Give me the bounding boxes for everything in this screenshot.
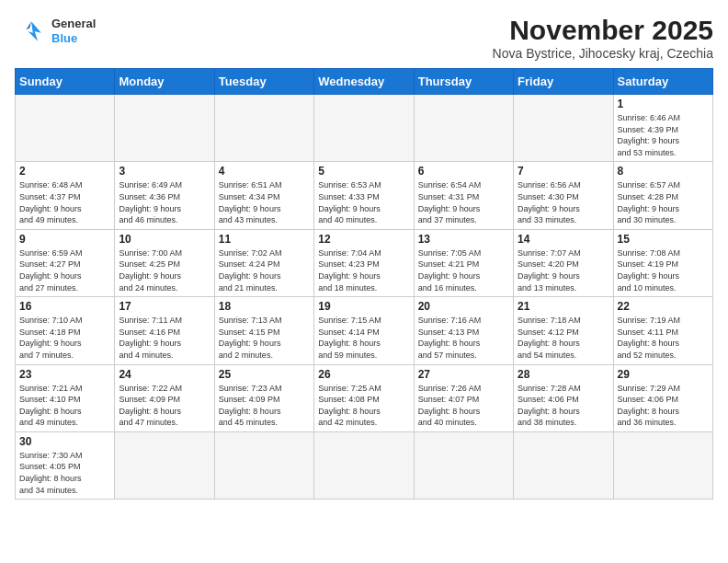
calendar-week-row: 23Sunrise: 7:21 AM Sunset: 4:10 PM Dayli… [16, 364, 713, 431]
calendar-week-row: 2Sunrise: 6:48 AM Sunset: 4:37 PM Daylig… [16, 162, 713, 229]
day-number: 19 [318, 300, 409, 313]
day-header-saturday: Saturday [613, 69, 712, 95]
day-info: Sunrise: 7:08 AM Sunset: 4:19 PM Dayligh… [618, 247, 709, 293]
day-info: Sunrise: 7:05 AM Sunset: 4:21 PM Dayligh… [418, 247, 509, 293]
calendar-cell [16, 95, 115, 162]
calendar-cell: 7Sunrise: 6:56 AM Sunset: 4:30 PM Daylig… [514, 162, 613, 229]
calendar-cell: 29Sunrise: 7:29 AM Sunset: 4:06 PM Dayli… [613, 364, 712, 431]
day-info: Sunrise: 7:15 AM Sunset: 4:14 PM Dayligh… [318, 315, 409, 361]
calendar-cell: 26Sunrise: 7:25 AM Sunset: 4:08 PM Dayli… [314, 364, 414, 431]
day-info: Sunrise: 7:23 AM Sunset: 4:09 PM Dayligh… [219, 383, 310, 429]
calendar-cell: 20Sunrise: 7:16 AM Sunset: 4:13 PM Dayli… [414, 297, 513, 364]
day-info: Sunrise: 7:10 AM Sunset: 4:18 PM Dayligh… [19, 315, 110, 361]
day-number: 4 [219, 165, 310, 178]
calendar-cell [214, 95, 313, 162]
day-info: Sunrise: 7:18 AM Sunset: 4:12 PM Dayligh… [518, 315, 609, 361]
calendar-cell: 16Sunrise: 7:10 AM Sunset: 4:18 PM Dayli… [16, 297, 115, 364]
day-info: Sunrise: 6:48 AM Sunset: 4:37 PM Dayligh… [19, 179, 110, 225]
svg-marker-1 [27, 21, 31, 29]
day-number: 22 [618, 300, 709, 313]
day-header-wednesday: Wednesday [314, 69, 414, 95]
calendar-cell: 1Sunrise: 6:46 AM Sunset: 4:39 PM Daylig… [613, 95, 712, 162]
calendar-cell: 22Sunrise: 7:19 AM Sunset: 4:11 PM Dayli… [613, 297, 712, 364]
calendar-cell [314, 431, 414, 499]
day-number: 24 [119, 368, 210, 381]
day-number: 29 [618, 368, 709, 381]
calendar-cell: 30Sunrise: 7:30 AM Sunset: 4:05 PM Dayli… [16, 431, 115, 499]
day-number: 27 [418, 368, 509, 381]
day-info: Sunrise: 7:13 AM Sunset: 4:15 PM Dayligh… [219, 315, 310, 361]
day-info: Sunrise: 7:11 AM Sunset: 4:16 PM Dayligh… [119, 315, 210, 361]
day-number: 12 [318, 233, 409, 246]
logo-blue: Blue [51, 31, 77, 45]
logo-general: General [51, 17, 96, 30]
calendar-cell: 19Sunrise: 7:15 AM Sunset: 4:14 PM Dayli… [314, 297, 414, 364]
calendar-cell: 9Sunrise: 6:59 AM Sunset: 4:27 PM Daylig… [16, 229, 115, 296]
day-info: Sunrise: 7:02 AM Sunset: 4:24 PM Dayligh… [219, 247, 310, 293]
calendar-cell [115, 431, 214, 499]
calendar-cell: 24Sunrise: 7:22 AM Sunset: 4:09 PM Dayli… [115, 364, 214, 431]
day-number: 28 [518, 368, 609, 381]
day-info: Sunrise: 6:56 AM Sunset: 4:30 PM Dayligh… [518, 179, 609, 225]
calendar-cell: 6Sunrise: 6:54 AM Sunset: 4:31 PM Daylig… [414, 162, 513, 229]
month-title: November 2025 [493, 15, 713, 46]
calendar-cell: 3Sunrise: 6:49 AM Sunset: 4:36 PM Daylig… [115, 162, 214, 229]
calendar-cell [414, 431, 513, 499]
calendar-week-row: 1Sunrise: 6:46 AM Sunset: 4:39 PM Daylig… [16, 95, 713, 162]
day-info: Sunrise: 6:59 AM Sunset: 4:27 PM Dayligh… [19, 247, 110, 293]
day-number: 10 [119, 233, 210, 246]
day-number: 6 [418, 165, 509, 178]
logo-text: General Blue [51, 17, 96, 45]
day-number: 26 [318, 368, 409, 381]
calendar-cell: 4Sunrise: 6:51 AM Sunset: 4:34 PM Daylig… [214, 162, 313, 229]
day-info: Sunrise: 7:19 AM Sunset: 4:11 PM Dayligh… [618, 315, 709, 361]
calendar-week-row: 9Sunrise: 6:59 AM Sunset: 4:27 PM Daylig… [16, 229, 713, 296]
calendar-cell [314, 95, 414, 162]
day-number: 5 [318, 165, 409, 178]
day-header-friday: Friday [514, 69, 613, 95]
calendar-cell: 12Sunrise: 7:04 AM Sunset: 4:23 PM Dayli… [314, 229, 414, 296]
day-info: Sunrise: 7:30 AM Sunset: 4:05 PM Dayligh… [19, 450, 110, 496]
day-number: 25 [219, 368, 310, 381]
calendar-cell: 18Sunrise: 7:13 AM Sunset: 4:15 PM Dayli… [214, 297, 313, 364]
day-number: 9 [19, 233, 110, 246]
calendar-cell: 11Sunrise: 7:02 AM Sunset: 4:24 PM Dayli… [214, 229, 313, 296]
day-info: Sunrise: 6:46 AM Sunset: 4:39 PM Dayligh… [618, 112, 709, 158]
calendar-cell [115, 95, 214, 162]
calendar-cell: 23Sunrise: 7:21 AM Sunset: 4:10 PM Dayli… [16, 364, 115, 431]
title-section: November 2025 Nova Bystrice, Jihocesky k… [493, 15, 713, 61]
calendar-cell: 25Sunrise: 7:23 AM Sunset: 4:09 PM Dayli… [214, 364, 313, 431]
day-number: 7 [518, 165, 609, 178]
calendar-cell: 17Sunrise: 7:11 AM Sunset: 4:16 PM Dayli… [115, 297, 214, 364]
day-header-tuesday: Tuesday [214, 69, 313, 95]
calendar-cell: 8Sunrise: 6:57 AM Sunset: 4:28 PM Daylig… [613, 162, 712, 229]
calendar-cell [214, 431, 313, 499]
calendar-cell: 15Sunrise: 7:08 AM Sunset: 4:19 PM Dayli… [613, 229, 712, 296]
day-number: 2 [19, 165, 110, 178]
day-info: Sunrise: 7:00 AM Sunset: 4:25 PM Dayligh… [119, 247, 210, 293]
day-number: 17 [119, 300, 210, 313]
day-header-thursday: Thursday [414, 69, 513, 95]
logo-icon [15, 15, 48, 48]
day-header-sunday: Sunday [16, 69, 115, 95]
day-number: 11 [219, 233, 310, 246]
day-info: Sunrise: 6:57 AM Sunset: 4:28 PM Dayligh… [618, 179, 709, 225]
day-number: 15 [618, 233, 709, 246]
day-info: Sunrise: 6:54 AM Sunset: 4:31 PM Dayligh… [418, 179, 509, 225]
calendar-cell [613, 431, 712, 499]
day-number: 18 [219, 300, 310, 313]
calendar-cell: 28Sunrise: 7:28 AM Sunset: 4:06 PM Dayli… [514, 364, 613, 431]
calendar-cell: 14Sunrise: 7:07 AM Sunset: 4:20 PM Dayli… [514, 229, 613, 296]
day-info: Sunrise: 7:29 AM Sunset: 4:06 PM Dayligh… [618, 383, 709, 429]
day-number: 21 [518, 300, 609, 313]
calendar-cell: 2Sunrise: 6:48 AM Sunset: 4:37 PM Daylig… [16, 162, 115, 229]
day-header-monday: Monday [115, 69, 214, 95]
day-number: 13 [418, 233, 509, 246]
day-info: Sunrise: 6:51 AM Sunset: 4:34 PM Dayligh… [219, 179, 310, 225]
calendar-cell: 21Sunrise: 7:18 AM Sunset: 4:12 PM Dayli… [514, 297, 613, 364]
day-info: Sunrise: 6:53 AM Sunset: 4:33 PM Dayligh… [318, 179, 409, 225]
day-info: Sunrise: 7:25 AM Sunset: 4:08 PM Dayligh… [318, 383, 409, 429]
calendar-cell [414, 95, 513, 162]
calendar-cell: 10Sunrise: 7:00 AM Sunset: 4:25 PM Dayli… [115, 229, 214, 296]
day-info: Sunrise: 7:07 AM Sunset: 4:20 PM Dayligh… [518, 247, 609, 293]
